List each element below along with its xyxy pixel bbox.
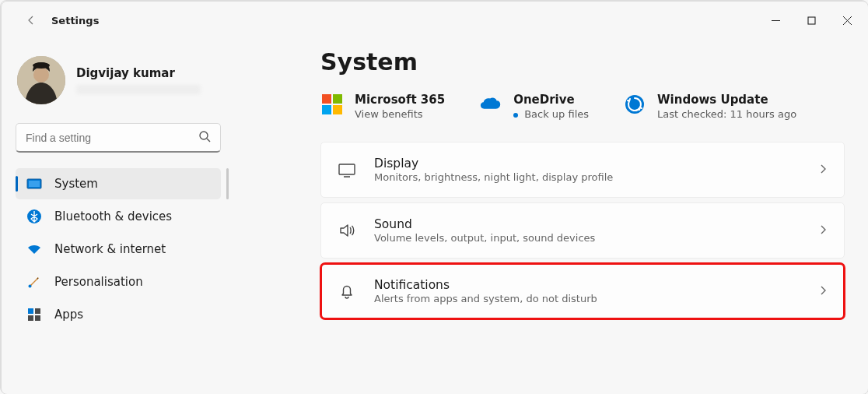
sidebar-item-apps[interactable]: Apps: [16, 299, 221, 330]
svg-rect-16: [28, 315, 33, 321]
card-subtitle: Last checked: 11 hours ago: [657, 108, 796, 120]
sidebar: Digvijay kumar System Blueto: [2, 39, 233, 394]
card-title: Microsoft 365: [355, 93, 445, 107]
svg-point-5: [33, 67, 49, 83]
card-title: OneDrive: [513, 93, 589, 107]
arrow-left-icon: [25, 14, 37, 26]
sidebar-item-personalisation[interactable]: Personalisation: [16, 266, 221, 297]
user-email-redacted: [76, 85, 201, 94]
display-icon: [337, 160, 357, 180]
minimize-icon: [772, 16, 780, 25]
card-microsoft-365[interactable]: Microsoft 365 View benefits: [320, 93, 445, 120]
wifi-icon: [26, 241, 42, 257]
close-button[interactable]: [829, 8, 865, 33]
nav-scrollbar[interactable]: [226, 168, 229, 199]
brush-icon: [26, 274, 42, 290]
svg-point-13: [29, 285, 32, 288]
settings-rows: Display Monitors, brightness, night ligh…: [320, 142, 845, 319]
card-subtitle: Back up files: [513, 108, 589, 120]
close-icon: [843, 16, 852, 25]
card-title: Windows Update: [657, 93, 796, 107]
app-title: Settings: [51, 15, 99, 26]
titlebar: Settings: [2, 2, 868, 39]
card-subtitle: View benefits: [355, 108, 445, 120]
sidebar-item-bluetooth[interactable]: Bluetooth & devices: [16, 201, 221, 232]
card-windows-update[interactable]: Windows Update Last checked: 11 hours ag…: [623, 93, 796, 120]
window-controls: [758, 8, 865, 33]
row-subtitle: Monitors, brightness, night light, displ…: [374, 171, 800, 183]
sidebar-item-label: Bluetooth & devices: [54, 209, 172, 223]
chevron-right-icon: [817, 163, 828, 178]
row-title: Sound: [374, 217, 800, 231]
minimize-button[interactable]: [758, 8, 793, 33]
row-title: Notifications: [374, 278, 800, 292]
svg-rect-20: [322, 105, 331, 114]
microsoft-365-icon: [320, 93, 344, 116]
sidebar-item-label: Apps: [54, 308, 83, 322]
chevron-right-icon: [817, 223, 828, 238]
row-display[interactable]: Display Monitors, brightness, night ligh…: [320, 142, 845, 198]
back-button[interactable]: [20, 9, 42, 31]
svg-rect-21: [333, 105, 342, 114]
svg-rect-1: [808, 17, 815, 24]
system-icon: [26, 176, 42, 192]
row-notifications[interactable]: Notifications Alerts from apps and syste…: [320, 263, 845, 319]
search-input[interactable]: [26, 132, 189, 144]
svg-rect-11: [29, 181, 40, 187]
row-title: Display: [374, 157, 800, 171]
avatar: [17, 56, 65, 104]
sidebar-item-network[interactable]: Network & internet: [16, 234, 221, 265]
bluetooth-icon: [26, 209, 42, 224]
sidebar-item-label: Network & internet: [54, 242, 166, 256]
sidebar-item-label: Personalisation: [54, 275, 143, 289]
profile-block[interactable]: Digvijay kumar: [17, 56, 221, 104]
svg-rect-18: [322, 94, 331, 104]
svg-point-6: [33, 62, 50, 69]
chevron-right-icon: [817, 284, 828, 299]
svg-rect-19: [333, 94, 342, 104]
sidebar-item-system[interactable]: System: [16, 168, 221, 199]
page-title: System: [320, 48, 845, 76]
svg-rect-15: [35, 308, 40, 314]
sidebar-nav: System Bluetooth & devices Network & int…: [16, 168, 221, 330]
apps-icon: [26, 307, 42, 322]
bell-icon: [337, 281, 357, 301]
maximize-button[interactable]: [793, 8, 829, 33]
svg-rect-14: [28, 308, 33, 314]
svg-rect-17: [35, 315, 40, 321]
sidebar-item-label: System: [54, 177, 98, 191]
maximize-icon: [807, 16, 816, 25]
user-name: Digvijay kumar: [76, 66, 201, 80]
row-subtitle: Volume levels, output, input, sound devi…: [374, 232, 800, 244]
top-cards: Microsoft 365 View benefits OneDrive Bac…: [320, 93, 845, 120]
main-content: System Microsoft 365 View benefits OneDr…: [233, 39, 868, 394]
svg-rect-23: [339, 164, 355, 174]
row-sound[interactable]: Sound Volume levels, output, input, soun…: [320, 202, 845, 259]
search-icon: [198, 130, 211, 146]
card-onedrive[interactable]: OneDrive Back up files: [479, 93, 589, 120]
row-subtitle: Alerts from apps and system, do not dist…: [374, 293, 800, 304]
svg-line-8: [207, 139, 210, 142]
update-icon: [623, 93, 646, 116]
onedrive-icon: [479, 93, 502, 116]
svg-point-7: [200, 132, 208, 139]
search-box[interactable]: [16, 123, 221, 153]
sound-icon: [337, 220, 357, 241]
